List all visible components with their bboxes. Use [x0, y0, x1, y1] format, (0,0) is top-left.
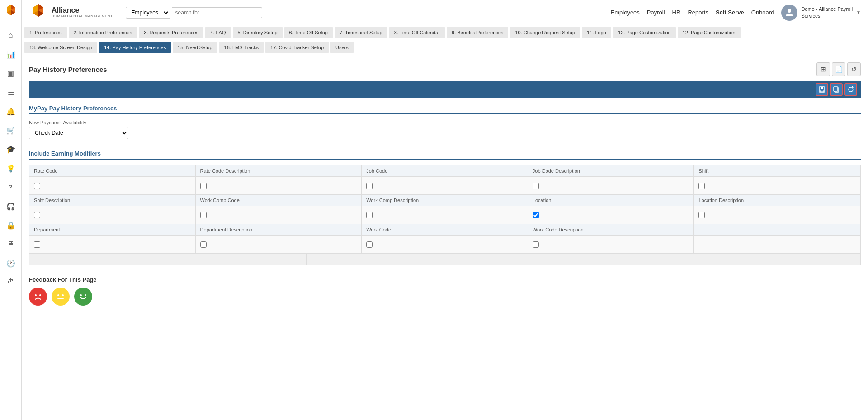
checkbox-rate-code[interactable]: [34, 183, 40, 189]
tab-10-change[interactable]: 10. Change Request Setup: [510, 27, 580, 38]
svg-point-18: [57, 294, 59, 296]
tab-12-page[interactable]: 12. Page Customization: [613, 27, 676, 38]
nav-reports[interactable]: Reports: [688, 9, 708, 16]
bulb-icon[interactable]: 💡: [3, 160, 19, 176]
tab-3-requests[interactable]: 3. Requests Preferences: [139, 27, 203, 38]
col-header-workcode: Work Code: [362, 224, 528, 236]
grid-view-button[interactable]: ⊞: [816, 62, 830, 76]
tab-7-timesheet[interactable]: 7. Timesheet Setup: [335, 27, 387, 38]
checkbox-workcomp[interactable]: [200, 212, 207, 218]
nav-selfserve[interactable]: Self Serve: [716, 9, 744, 16]
tab-15-need[interactable]: 15. Need Setup: [173, 42, 217, 53]
tab-13-welcome[interactable]: 13. Welcome Screen Design: [24, 42, 97, 53]
tab-2-info[interactable]: 2. Information Preferences: [69, 27, 137, 38]
box-icon[interactable]: ▣: [3, 65, 19, 81]
cell-dept-desc: [196, 236, 362, 254]
user-info: Demo - Alliance Payroll Services: [801, 6, 853, 19]
save-button[interactable]: [816, 83, 828, 96]
user-name: Demo - Alliance Payroll: [801, 6, 853, 12]
svg-point-22: [85, 294, 86, 296]
checkbox-shift-desc[interactable]: [34, 212, 40, 218]
lock-icon[interactable]: 🔒: [3, 217, 19, 233]
graduation-icon[interactable]: 🎓: [3, 141, 19, 157]
feedback-happy-button[interactable]: [74, 288, 92, 306]
history-button[interactable]: ↺: [847, 62, 861, 76]
checkbox-rate-desc[interactable]: [200, 183, 207, 189]
cell-workcode-desc: [528, 236, 694, 254]
svg-rect-13: [820, 90, 824, 92]
nav-onboard[interactable]: Onboard: [751, 9, 774, 16]
tab-9-benefits[interactable]: 9. Benefits Preferences: [447, 27, 508, 38]
checkbox-location-desc[interactable]: [698, 212, 705, 218]
mypay-section-title: MyPay Pay History Preferences: [29, 105, 861, 114]
refresh-button[interactable]: [844, 83, 857, 96]
tab-6-timeoff[interactable]: 6. Time Off Setup: [284, 27, 333, 38]
clock-icon[interactable]: 🕐: [3, 255, 19, 271]
question-icon[interactable]: ?: [3, 179, 19, 195]
home-icon[interactable]: ⌂: [3, 27, 19, 43]
modifiers-row-1: Rate Code Rate Code Description Job Code…: [29, 165, 860, 177]
tab-8-calendar[interactable]: 8. Time Off Calendar: [389, 27, 445, 38]
document-button[interactable]: 📄: [832, 62, 845, 76]
top-nav: Alliance HUMAN CAPITAL MANAGEMENT Employ…: [22, 0, 868, 25]
chart-icon[interactable]: 📊: [3, 46, 19, 62]
tab-bar-row1: 1. Preferences 2. Information Preference…: [22, 25, 868, 40]
col-header-rate-code: Rate Code: [29, 165, 196, 177]
cart-icon[interactable]: 🛒: [3, 122, 19, 138]
clock2-icon[interactable]: ⏱: [3, 274, 19, 290]
tab-17-covid[interactable]: 17. Covid Tracker Setup: [265, 42, 329, 53]
checkbox-location[interactable]: [533, 212, 539, 218]
brand-logo: [29, 3, 48, 22]
feedback-sad-button[interactable]: [29, 288, 47, 306]
employees-dropdown[interactable]: Employees: [126, 7, 170, 19]
toolbar-icons: ⊞ 📄 ↺: [816, 62, 861, 76]
svg-point-16: [35, 294, 37, 296]
checkbox-workcode[interactable]: [366, 241, 373, 248]
tab-16-lms[interactable]: 16. LMS Tracks: [219, 42, 264, 53]
checkbox-dept[interactable]: [34, 241, 40, 248]
tab-4-faq[interactable]: 4. FAQ: [205, 27, 231, 38]
cell-rate-desc: [196, 177, 362, 195]
paycheck-label: New Paycheck Availability: [29, 120, 861, 125]
cell-shift-desc: [29, 206, 196, 224]
nav-payroll[interactable]: Payroll: [647, 9, 665, 16]
content-area: Pay History Preferences ⊞ 📄 ↺: [22, 55, 868, 420]
checkbox-job-code[interactable]: [366, 183, 373, 189]
feedback-title: Feedback For This Page: [29, 276, 861, 283]
page-title: Pay History Preferences: [29, 66, 107, 73]
list-icon[interactable]: ☰: [3, 84, 19, 100]
checkbox-workcomp-desc[interactable]: [366, 212, 373, 218]
checkbox-shift[interactable]: [698, 183, 705, 189]
col-header-location: Location: [528, 195, 694, 206]
checkbox-job-desc[interactable]: [533, 183, 539, 189]
brand-name: Alliance: [52, 6, 113, 14]
feedback-neutral-button[interactable]: [52, 288, 70, 306]
tab-5-directory[interactable]: 5. Directory Setup: [233, 27, 283, 38]
tab-12b-page[interactable]: 12. Page Customization: [678, 27, 741, 38]
bell-icon[interactable]: 🔔: [3, 103, 19, 119]
headset-icon[interactable]: 🎧: [3, 198, 19, 214]
search-input[interactable]: [172, 7, 262, 18]
col-header-location-desc: Location Description: [694, 195, 860, 206]
user-sub: Services: [801, 13, 853, 19]
modifiers-data-row-3: [29, 236, 860, 254]
checkbox-workcode-desc[interactable]: [533, 241, 539, 248]
modifiers-section-title: Include Earning Modifiers: [29, 150, 861, 160]
blue-bar-icons: [816, 83, 857, 96]
tab-14-payhistory[interactable]: 14. Pay History Preferences: [99, 42, 171, 53]
cell-job-code: [362, 177, 528, 195]
tab-11-logo[interactable]: 11. Logo: [582, 27, 611, 38]
tab-1-preferences[interactable]: 1. Preferences: [24, 27, 67, 38]
feedback-faces: [29, 288, 861, 306]
tab-users[interactable]: Users: [330, 42, 354, 53]
paycheck-availability-select[interactable]: Check Date Pay Period End Pay Period Sta…: [29, 127, 128, 139]
nav-employees[interactable]: Employees: [611, 9, 640, 16]
svg-rect-15: [834, 87, 838, 91]
nav-hr[interactable]: HR: [672, 9, 681, 16]
copy-button[interactable]: [830, 83, 843, 96]
col-header-shift: Shift: [694, 165, 860, 177]
user-chevron-icon[interactable]: ▼: [856, 10, 861, 15]
checkbox-dept-desc[interactable]: [200, 241, 207, 248]
modifiers-data-row-1: [29, 177, 860, 195]
monitor-icon[interactable]: 🖥: [3, 236, 19, 252]
